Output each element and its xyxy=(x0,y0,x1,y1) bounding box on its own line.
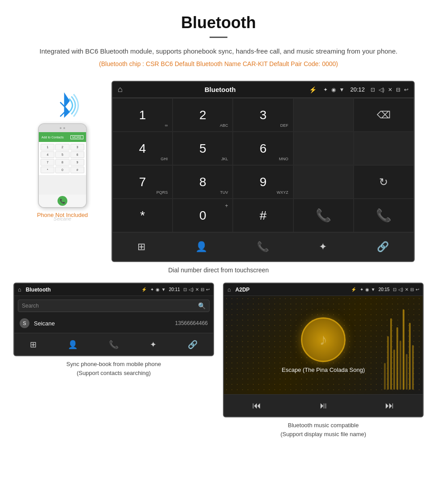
dial-caption: Dial number direct from touchscreen xyxy=(0,267,437,274)
dialpad-empty-r2c5 xyxy=(354,132,414,165)
pb-contact-name: Seicane xyxy=(34,320,175,327)
phone-key-1[interactable]: 1 xyxy=(41,144,54,150)
music-wifi-icon: ▼ xyxy=(371,287,375,292)
dialpad-key-8[interactable]: 8 TUV xyxy=(173,165,233,199)
phone-key-7[interactable]: 7 xyxy=(41,159,54,166)
music-status-bar: ⌂ A2DP ⚡ ✦ ◉ ▼ 20:15 ⊡ ◁) ✕ ⊟ ↩ xyxy=(224,283,423,296)
phone-dialpad: 1 2 3 4 5 6 7 8 9 * 0 # xyxy=(41,144,84,173)
music-back-icon[interactable]: ↩ xyxy=(416,287,419,292)
dialpad-key-1[interactable]: 1 ∞ xyxy=(112,98,173,132)
phone-device: Add to Contacts MORE 1 2 3 4 5 6 7 8 9 *… xyxy=(38,123,87,208)
music-content: ♪ Escape (The Pina Colada Song) xyxy=(224,296,423,394)
pb-search-input[interactable]: Search 🔍 xyxy=(18,300,210,312)
dialpad-key-6[interactable]: 6 MNO xyxy=(233,132,293,165)
dialpad-key-7[interactable]: 7 PQRS xyxy=(112,165,173,199)
pb-link-nav-icon[interactable]: 🔗 xyxy=(188,340,198,350)
car-screen-title: Bluetooth xyxy=(132,86,309,93)
music-close-icon[interactable]: ✕ xyxy=(405,287,408,292)
dialpad-key-hash[interactable]: # xyxy=(233,199,293,232)
phone-key-9[interactable]: 9 xyxy=(70,159,84,166)
dialpad-reload[interactable]: ↻ xyxy=(354,165,414,199)
phone-key-3[interactable]: 3 xyxy=(70,144,84,150)
prev-track-button[interactable]: ⏮ xyxy=(252,400,261,411)
pb-bt-nav-icon[interactable]: ✦ xyxy=(150,340,157,350)
phone-call-button[interactable]: 📞 xyxy=(58,196,67,206)
call-red-icon: 📞 xyxy=(376,208,392,223)
page-title: Bluetooth xyxy=(27,13,410,32)
pb-home-icon[interactable]: ⌂ xyxy=(18,286,21,293)
play-pause-button[interactable]: ⏯ xyxy=(319,400,328,411)
dialpad-key-star[interactable]: * xyxy=(112,199,173,232)
music-note-icon: ♪ xyxy=(319,330,327,349)
dialpad-key-4[interactable]: 4 GHI xyxy=(112,132,173,165)
bottom-contacts-icon[interactable]: 👤 xyxy=(195,241,207,253)
music-home-icon[interactable]: ⌂ xyxy=(227,286,231,293)
pb-person-icon[interactable]: 👤 xyxy=(68,340,78,350)
back-icon[interactable]: ↩ xyxy=(404,87,408,93)
pb-title: Bluetooth xyxy=(26,287,141,293)
dialpad-call-red[interactable]: 📞 xyxy=(354,199,414,232)
pb-wifi-icon: ▼ xyxy=(161,287,166,292)
phone-key-2[interactable]: 2 xyxy=(55,144,69,150)
bottom-dialpad-icon[interactable]: ⊞ xyxy=(137,241,145,253)
close-icon[interactable]: ✕ xyxy=(388,87,392,93)
music-controls: ⏮ ⏯ ⏭ xyxy=(224,394,423,417)
dialpad-key-0[interactable]: 0 + xyxy=(173,199,233,232)
pb-bottom-bar: ⊞ 👤 📞 ✦ 🔗 xyxy=(14,333,213,355)
pb-grid-icon[interactable]: ⊞ xyxy=(30,340,37,350)
bottom-phone-icon[interactable]: 📞 xyxy=(257,241,269,253)
dialpad-key-9[interactable]: 9 WXYZ xyxy=(233,165,293,199)
pb-cam-icon: ⊡ xyxy=(183,287,187,292)
phone-top-bar xyxy=(39,124,86,132)
phone-key-6[interactable]: 6 xyxy=(70,151,84,158)
pb-contact-number: 13566664466 xyxy=(175,320,208,326)
reload-icon: ↻ xyxy=(379,176,388,188)
music-album-art: ♪ xyxy=(301,317,346,362)
pb-close-icon[interactable]: ✕ xyxy=(195,287,199,292)
svg-line-2 xyxy=(60,112,65,117)
page-description: Integrated with BC6 Bluetooth module, su… xyxy=(27,46,410,57)
dialpad-key-2[interactable]: 2 ABC xyxy=(173,98,233,132)
car-dialpad-bottom-bar: ⊞ 👤 📞 ✦ 🔗 xyxy=(112,232,414,261)
pb-search-icon: 🔍 xyxy=(198,302,206,309)
dialpad-empty-r3c4 xyxy=(293,165,354,199)
phone-status-bar: Add to Contacts MORE xyxy=(39,132,86,142)
music-time: 20:15 xyxy=(379,287,390,292)
bottom-screenshots: ⌂ Bluetooth ⚡ ✦ ◉ ▼ 20:11 ⊡ ◁) ✕ ⊟ ↩ xyxy=(0,283,437,438)
phone-key-hash[interactable]: # xyxy=(70,167,84,173)
bluetooth-specs: (Bluetooth chip : CSR BC6 Default Blueto… xyxy=(27,60,410,67)
dialpad-key-5[interactable]: 5 JKL xyxy=(173,132,233,165)
phone-key-star[interactable]: * xyxy=(41,167,54,173)
window-icon: ⊟ xyxy=(396,87,400,93)
bottom-bluetooth-icon[interactable]: ✦ xyxy=(319,241,327,253)
phone-key-0[interactable]: 0 xyxy=(55,167,69,173)
dialpad-empty-r1c4 xyxy=(293,98,354,132)
phone-bottom-bar: 📞 xyxy=(39,195,86,207)
pb-bt-icon: ✦ xyxy=(150,287,154,292)
music-title: A2DP xyxy=(235,287,351,293)
bottom-link-icon[interactable]: 🔗 xyxy=(377,241,389,253)
dialpad-call-green[interactable]: 📞 xyxy=(293,199,354,232)
music-loc-icon: ◉ xyxy=(365,287,369,292)
music-usb-icon: ⚡ xyxy=(351,287,356,292)
pb-phone-icon[interactable]: 📞 xyxy=(109,340,119,350)
phone-key-4[interactable]: 4 xyxy=(41,151,54,158)
pb-time: 20:11 xyxy=(169,287,180,292)
phone-key-8[interactable]: 8 xyxy=(55,159,69,166)
title-divider xyxy=(210,37,227,38)
pb-status-icons: ✦ ◉ ▼ 20:11 ⊡ ◁) ✕ ⊟ ↩ xyxy=(150,287,210,292)
dialpad-backspace[interactable]: ⌫ xyxy=(354,98,414,132)
music-bt-icon: ✦ xyxy=(360,287,363,292)
music-cam-icon: ⊡ xyxy=(393,287,396,292)
music-status-icons: ✦ ◉ ▼ 20:15 ⊡ ◁) ✕ ⊟ ↩ xyxy=(360,287,419,292)
pb-contact-row[interactable]: S Seicane 13566664466 xyxy=(14,314,213,333)
location-icon: ◉ xyxy=(331,87,336,93)
phone-camera xyxy=(63,127,65,129)
phone-key-5[interactable]: 5 xyxy=(55,151,69,158)
home-icon[interactable]: ⌂ xyxy=(118,85,123,94)
pb-back-icon[interactable]: ↩ xyxy=(206,287,210,292)
pb-contact-avatar: S xyxy=(20,318,29,328)
music-section: ⌂ A2DP ⚡ ✦ ◉ ▼ 20:15 ⊡ ◁) ✕ ⊟ ↩ xyxy=(223,283,424,438)
next-track-button[interactable]: ⏭ xyxy=(385,400,394,411)
dialpad-key-3[interactable]: 3 DEF xyxy=(233,98,293,132)
